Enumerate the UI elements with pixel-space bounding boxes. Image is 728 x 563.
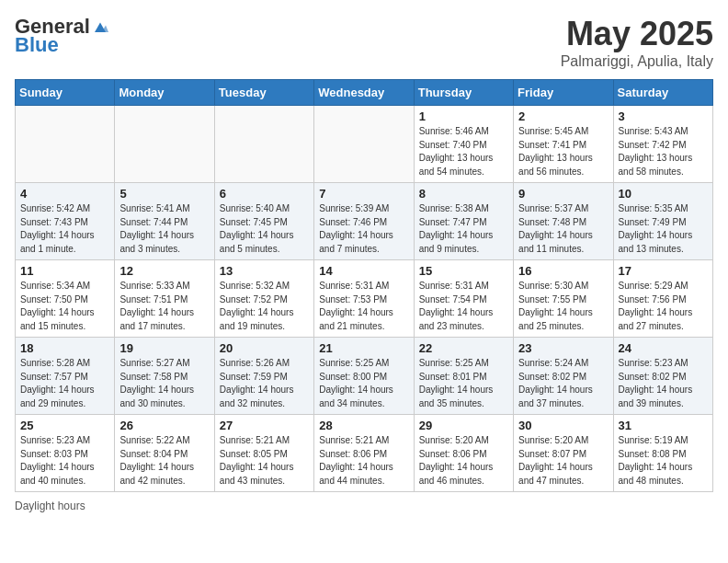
calendar-week-row: 25Sunrise: 5:23 AM Sunset: 8:03 PM Dayli… — [16, 415, 713, 492]
logo: General Blue — [15, 15, 108, 57]
day-number: 18 — [20, 341, 109, 355]
calendar-week-row: 11Sunrise: 5:34 AM Sunset: 7:50 PM Dayli… — [16, 260, 713, 338]
calendar-week-row: 1Sunrise: 5:46 AM Sunset: 7:40 PM Daylig… — [16, 106, 713, 183]
day-number: 4 — [20, 187, 109, 201]
column-header-wednesday: Wednesday — [314, 80, 414, 106]
day-info: Sunrise: 5:37 AM Sunset: 7:48 PM Dayligh… — [518, 202, 608, 256]
day-number: 1 — [419, 109, 508, 123]
day-info: Sunrise: 5:27 AM Sunset: 7:58 PM Dayligh… — [119, 357, 209, 410]
calendar-cell: 8Sunrise: 5:38 AM Sunset: 7:47 PM Daylig… — [414, 183, 513, 260]
page-header: General Blue May 2025 Palmariggi, Apulia… — [15, 15, 713, 70]
calendar-cell: 18Sunrise: 5:28 AM Sunset: 7:57 PM Dayli… — [16, 338, 115, 415]
day-info: Sunrise: 5:43 AM Sunset: 7:42 PM Dayligh… — [619, 125, 708, 178]
day-number: 7 — [319, 187, 408, 201]
day-number: 30 — [518, 419, 608, 432]
calendar-cell: 5Sunrise: 5:41 AM Sunset: 7:44 PM Daylig… — [115, 183, 214, 260]
calendar-week-row: 18Sunrise: 5:28 AM Sunset: 7:57 PM Dayli… — [16, 338, 713, 415]
calendar-cell: 12Sunrise: 5:33 AM Sunset: 7:51 PM Dayli… — [115, 260, 214, 338]
calendar-cell: 22Sunrise: 5:25 AM Sunset: 8:01 PM Dayli… — [414, 338, 513, 415]
calendar-cell: 30Sunrise: 5:20 AM Sunset: 8:07 PM Dayli… — [514, 415, 613, 492]
day-info: Sunrise: 5:22 AM Sunset: 8:04 PM Dayligh… — [119, 434, 209, 488]
column-header-friday: Friday — [514, 80, 613, 106]
day-info: Sunrise: 5:39 AM Sunset: 7:46 PM Dayligh… — [319, 202, 408, 256]
calendar-cell: 21Sunrise: 5:25 AM Sunset: 8:00 PM Dayli… — [314, 338, 414, 415]
day-number: 19 — [119, 341, 209, 355]
day-info: Sunrise: 5:46 AM Sunset: 7:40 PM Dayligh… — [419, 125, 508, 178]
calendar-cell: 10Sunrise: 5:35 AM Sunset: 7:49 PM Dayli… — [613, 183, 712, 260]
column-header-monday: Monday — [115, 80, 214, 106]
calendar-cell: 27Sunrise: 5:21 AM Sunset: 8:05 PM Dayli… — [214, 415, 313, 492]
calendar-cell: 19Sunrise: 5:27 AM Sunset: 7:58 PM Dayli… — [115, 338, 214, 415]
day-number: 8 — [419, 187, 508, 201]
day-info: Sunrise: 5:25 AM Sunset: 8:00 PM Dayligh… — [319, 357, 408, 410]
calendar-cell: 7Sunrise: 5:39 AM Sunset: 7:46 PM Daylig… — [314, 183, 414, 260]
day-number: 16 — [518, 264, 608, 278]
day-number: 15 — [419, 264, 508, 278]
day-info: Sunrise: 5:45 AM Sunset: 7:41 PM Dayligh… — [518, 125, 608, 178]
day-info: Sunrise: 5:20 AM Sunset: 8:07 PM Dayligh… — [518, 434, 608, 488]
day-number: 31 — [619, 419, 708, 432]
day-info: Sunrise: 5:35 AM Sunset: 7:49 PM Dayligh… — [619, 202, 708, 256]
day-info: Sunrise: 5:33 AM Sunset: 7:51 PM Dayligh… — [119, 280, 209, 333]
day-info: Sunrise: 5:38 AM Sunset: 7:47 PM Dayligh… — [419, 202, 508, 256]
calendar-cell: 26Sunrise: 5:22 AM Sunset: 8:04 PM Dayli… — [115, 415, 214, 492]
calendar-cell: 28Sunrise: 5:21 AM Sunset: 8:06 PM Dayli… — [314, 415, 414, 492]
day-number: 29 — [419, 419, 508, 432]
day-number: 13 — [220, 264, 309, 278]
day-info: Sunrise: 5:26 AM Sunset: 7:59 PM Dayligh… — [220, 357, 309, 410]
calendar-cell — [214, 106, 313, 183]
calendar-subtitle: Palmariggi, Apulia, Italy — [561, 53, 713, 70]
day-info: Sunrise: 5:28 AM Sunset: 7:57 PM Dayligh… — [20, 357, 109, 410]
day-number: 6 — [220, 187, 309, 201]
day-number: 11 — [20, 264, 109, 278]
calendar-week-row: 4Sunrise: 5:42 AM Sunset: 7:43 PM Daylig… — [16, 183, 713, 260]
calendar-cell — [115, 106, 214, 183]
day-number: 5 — [119, 187, 209, 201]
calendar-cell: 9Sunrise: 5:37 AM Sunset: 7:48 PM Daylig… — [514, 183, 613, 260]
logo-blue-text: Blue — [15, 33, 59, 56]
day-info: Sunrise: 5:42 AM Sunset: 7:43 PM Dayligh… — [20, 202, 109, 256]
calendar-cell — [16, 106, 115, 183]
daylight-hours-label: Daylight hours — [15, 500, 85, 512]
day-number: 26 — [119, 419, 209, 432]
day-number: 27 — [220, 419, 309, 432]
day-number: 22 — [419, 341, 508, 355]
calendar-cell: 3Sunrise: 5:43 AM Sunset: 7:42 PM Daylig… — [613, 106, 712, 183]
calendar-cell: 23Sunrise: 5:24 AM Sunset: 8:02 PM Dayli… — [514, 338, 613, 415]
column-header-tuesday: Tuesday — [214, 80, 313, 106]
day-info: Sunrise: 5:21 AM Sunset: 8:05 PM Dayligh… — [220, 434, 309, 488]
day-info: Sunrise: 5:41 AM Sunset: 7:44 PM Dayligh… — [119, 202, 209, 256]
calendar-table: SundayMondayTuesdayWednesdayThursdayFrid… — [15, 79, 713, 492]
day-info: Sunrise: 5:40 AM Sunset: 7:45 PM Dayligh… — [220, 202, 309, 256]
day-number: 25 — [20, 419, 109, 432]
day-number: 9 — [518, 187, 608, 201]
calendar-cell: 13Sunrise: 5:32 AM Sunset: 7:52 PM Dayli… — [214, 260, 313, 338]
column-header-thursday: Thursday — [414, 80, 513, 106]
column-header-sunday: Sunday — [16, 80, 115, 106]
day-info: Sunrise: 5:23 AM Sunset: 8:03 PM Dayligh… — [20, 434, 109, 488]
day-number: 21 — [319, 341, 408, 355]
day-info: Sunrise: 5:30 AM Sunset: 7:55 PM Dayligh… — [518, 280, 608, 333]
day-number: 20 — [220, 341, 309, 355]
day-number: 17 — [619, 264, 708, 278]
title-block: May 2025 Palmariggi, Apulia, Italy — [561, 15, 713, 70]
calendar-cell: 25Sunrise: 5:23 AM Sunset: 8:03 PM Dayli… — [16, 415, 115, 492]
calendar-cell: 2Sunrise: 5:45 AM Sunset: 7:41 PM Daylig… — [514, 106, 613, 183]
day-number: 14 — [319, 264, 408, 278]
calendar-cell: 1Sunrise: 5:46 AM Sunset: 7:40 PM Daylig… — [414, 106, 513, 183]
calendar-cell: 20Sunrise: 5:26 AM Sunset: 7:59 PM Dayli… — [214, 338, 313, 415]
day-info: Sunrise: 5:19 AM Sunset: 8:08 PM Dayligh… — [619, 434, 708, 488]
day-number: 2 — [518, 109, 608, 123]
day-info: Sunrise: 5:32 AM Sunset: 7:52 PM Dayligh… — [220, 280, 309, 333]
day-info: Sunrise: 5:24 AM Sunset: 8:02 PM Dayligh… — [518, 357, 608, 410]
calendar-cell: 14Sunrise: 5:31 AM Sunset: 7:53 PM Dayli… — [314, 260, 414, 338]
day-info: Sunrise: 5:31 AM Sunset: 7:53 PM Dayligh… — [319, 280, 408, 333]
day-number: 10 — [619, 187, 708, 201]
day-number: 3 — [619, 109, 708, 123]
day-number: 12 — [119, 264, 209, 278]
day-info: Sunrise: 5:29 AM Sunset: 7:56 PM Dayligh… — [619, 280, 708, 333]
calendar-cell: 11Sunrise: 5:34 AM Sunset: 7:50 PM Dayli… — [16, 260, 115, 338]
calendar-header-row: SundayMondayTuesdayWednesdayThursdayFrid… — [16, 80, 713, 106]
logo-icon — [92, 18, 108, 35]
calendar-cell — [314, 106, 414, 183]
